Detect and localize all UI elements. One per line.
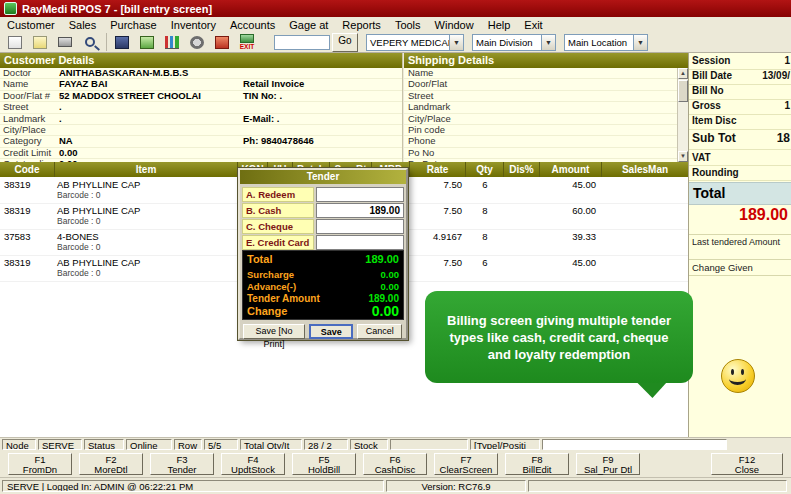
chevron-down-icon[interactable]: ▼	[449, 34, 464, 51]
field-value[interactable]: NA	[59, 135, 73, 146]
f5-holdbill-button[interactable]: F5HoldBill	[292, 453, 356, 475]
division-select[interactable]: Main Division ▼	[472, 34, 556, 51]
field-value[interactable]: FAYAZ BAI	[59, 78, 107, 89]
f6-cashdisc-button[interactable]: F6CashDisc	[363, 453, 427, 475]
fkey-label: BillEdit	[506, 465, 568, 475]
location-select-value: Main Location	[564, 34, 633, 51]
change-row: Change0.00	[243, 305, 403, 321]
tender-dialog-title[interactable]: Tender	[240, 170, 406, 184]
annotation-bubble: Billing screen giving multiple tender ty…	[425, 291, 693, 383]
chevron-down-icon[interactable]: ▼	[541, 34, 556, 51]
exit-button[interactable]: EXIT	[235, 31, 259, 53]
cancel-button[interactable]: Cancel	[357, 324, 402, 339]
phone-value: Ph: 9840478646	[243, 136, 314, 146]
bill-date-value: 13/09/	[762, 70, 790, 81]
cash-icon	[140, 36, 154, 49]
last-tendered-label: Last tendered Amount	[689, 234, 791, 260]
tender-amount-label: Tender Amount	[247, 293, 320, 304]
open-button[interactable]	[28, 31, 52, 53]
menu-purchase[interactable]: Purchase	[103, 19, 163, 31]
session-label: Session	[692, 55, 730, 66]
field-value[interactable]: 52 MADDOX STREET CHOOLAI	[59, 90, 201, 101]
f7-clearscreen-button[interactable]: F7ClearScreen	[434, 453, 498, 475]
menu-window[interactable]: Window	[428, 19, 481, 31]
cheque-label: C. Cheque	[242, 219, 314, 234]
surcharge-label: Surcharge	[247, 269, 294, 280]
tin-no-value: TIN No: .	[243, 91, 282, 101]
f4-updtstock-button[interactable]: F4UpdtStock	[221, 453, 285, 475]
shipping-scrollbar[interactable]: ▲ ▼	[677, 68, 688, 162]
field-value[interactable]: .	[59, 101, 62, 112]
item-rate: 7.50	[410, 179, 462, 190]
delete-button[interactable]	[210, 31, 234, 53]
menu-inventory[interactable]: Inventory	[164, 19, 223, 31]
tender-field-credit-card: E. Credit Card	[242, 235, 404, 250]
bottom-status-bar: SERVE | Logged In: ADMIN @ 06:22:21 PM V…	[0, 477, 791, 494]
field-label: Landmark	[404, 102, 460, 112]
chevron-down-icon[interactable]: ▼	[633, 34, 648, 51]
f12-close-button[interactable]: F12Close	[711, 453, 783, 475]
settings-button[interactable]	[185, 31, 209, 53]
redeem-input[interactable]	[316, 187, 404, 202]
save-no-print-button[interactable]: Save [No Print]	[243, 324, 305, 339]
store-select-value: VEPERY MEDICAL'	[366, 34, 449, 51]
rounding-label: Rounding	[692, 167, 739, 178]
reports-button[interactable]	[160, 31, 184, 53]
field-value[interactable]: ANITHABASKARAN-M.B.B.S	[59, 67, 188, 78]
f1-fromdn-button[interactable]: F1FromDn	[8, 453, 72, 475]
scroll-up-icon[interactable]: ▲	[678, 68, 688, 79]
menu-exit[interactable]: Exit	[517, 19, 549, 31]
menu-gage-at[interactable]: Gage at	[282, 19, 335, 31]
item-barcode: Barcode : 0	[57, 268, 100, 278]
scroll-down-icon[interactable]: ▼	[678, 151, 688, 162]
credit-card-input[interactable]	[316, 235, 404, 250]
f2-moredtl-button[interactable]: F2MoreDtl	[79, 453, 143, 475]
menu-accounts[interactable]: Accounts	[223, 19, 282, 31]
session-row: Session1	[689, 55, 791, 70]
new-bill-icon	[8, 36, 22, 49]
col-rate: Rate	[410, 162, 466, 177]
cash-input[interactable]: 189.00	[316, 203, 404, 218]
fkey-label: Tender	[151, 465, 213, 475]
calculator-button[interactable]	[110, 31, 134, 53]
scrollbar-thumb[interactable]	[678, 80, 688, 102]
cash-button[interactable]	[135, 31, 159, 53]
location-select[interactable]: Main Location ▼	[564, 34, 648, 51]
change-value: 0.00	[372, 303, 399, 319]
store-select[interactable]: VEPERY MEDICAL' ▼	[366, 34, 464, 51]
gross-row: Gross1	[689, 100, 791, 115]
go-button[interactable]: Go	[332, 33, 358, 52]
new-bill-button[interactable]	[3, 31, 27, 53]
f8-billedit-button[interactable]: F8BillEdit	[505, 453, 569, 475]
exit-door-icon	[240, 34, 254, 43]
shipping-details-header: Shipping Details	[404, 53, 688, 68]
status-type-label: [Type]/Positi	[470, 439, 540, 450]
menu-reports[interactable]: Reports	[335, 19, 388, 31]
menu-customer[interactable]: Customer	[0, 19, 62, 31]
surcharge-row: Surcharge0.00	[243, 269, 403, 281]
print-button[interactable]	[53, 31, 77, 53]
field-value[interactable]: .	[59, 113, 62, 124]
item-name: AB PHYLLINE CAP	[57, 257, 140, 268]
item-code: 38319	[4, 257, 30, 268]
menu-tools[interactable]: Tools	[388, 19, 428, 31]
search-button[interactable]	[78, 31, 102, 53]
menu-sales[interactable]: Sales	[62, 19, 104, 31]
item-amount: 45.00	[540, 179, 596, 190]
bottom-filler	[528, 480, 787, 492]
cheque-input[interactable]	[316, 219, 404, 234]
shipping-field-cityplace: City/Place	[404, 114, 688, 125]
item-qty: 6	[466, 179, 504, 190]
menu-help[interactable]: Help	[481, 19, 518, 31]
f3-tender-button[interactable]: F3Tender	[150, 453, 214, 475]
fkey-label: FromDn	[9, 465, 71, 475]
tender-dialog: Tender A. Redeem B. Cash 189.00 C. Chequ…	[238, 168, 408, 340]
version-label: Version: RC76.9	[386, 480, 526, 492]
email-value: E-Mail: .	[243, 114, 279, 124]
item-disc-row: Item Disc	[689, 115, 791, 130]
quick-search-input[interactable]	[274, 35, 330, 50]
vat-row: VAT	[689, 152, 791, 166]
f9-salpurdtl-button[interactable]: F9Sal_Pur Dtl	[576, 453, 640, 475]
save-button[interactable]: Save	[309, 324, 354, 339]
shipping-field-phone: Phone	[404, 136, 688, 147]
